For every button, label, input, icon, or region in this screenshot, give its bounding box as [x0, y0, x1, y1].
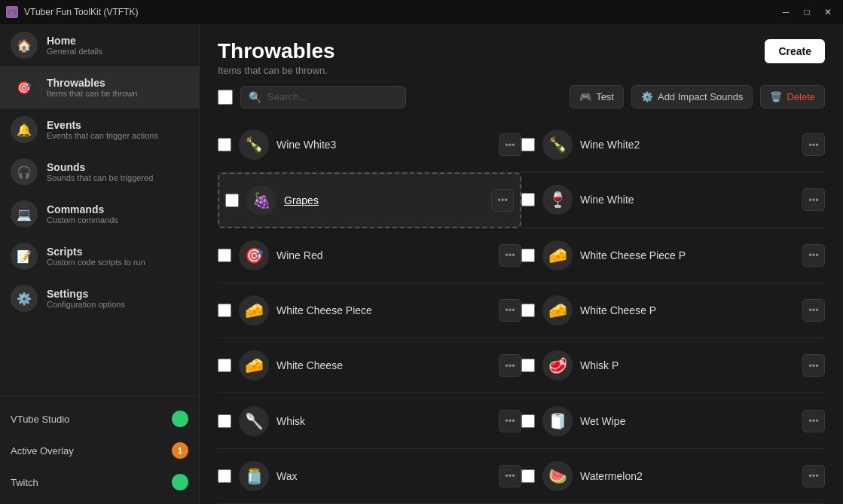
- item-checkbox-7[interactable]: [218, 304, 231, 317]
- item-menu-btn-4[interactable]: •••: [802, 188, 825, 211]
- vtube-studio-dot: [172, 411, 188, 427]
- twitch-status[interactable]: Twitch: [0, 466, 199, 498]
- item-menu-btn-2[interactable]: •••: [802, 133, 825, 156]
- sidebar: 🏠 Home General details 🎯 Throwables Item…: [0, 24, 200, 504]
- item-name-8: White Cheese P: [580, 304, 795, 316]
- test-icon: 🎮: [579, 91, 591, 102]
- list-item: 🍇 Grapes •••: [218, 173, 521, 228]
- settings-icon: ⚙️: [11, 285, 38, 312]
- item-checkbox-14[interactable]: [521, 469, 535, 483]
- sidebar-item-commands[interactable]: 💻 Commands Custom commands: [0, 193, 199, 235]
- sidebar-label-commands: Commands: [47, 203, 118, 215]
- list-item: 🧀 White Cheese •••: [218, 338, 521, 393]
- sidebar-label-settings: Settings: [47, 288, 125, 300]
- item-checkbox-5[interactable]: [218, 249, 231, 262]
- active-overlay-dot: 1: [172, 442, 188, 459]
- close-button[interactable]: ✕: [819, 5, 837, 19]
- item-checkbox-13[interactable]: [218, 469, 231, 483]
- item-menu-btn-9[interactable]: •••: [499, 354, 521, 377]
- search-box[interactable]: 🔍: [240, 86, 406, 108]
- item-menu-btn-13[interactable]: •••: [499, 465, 521, 487]
- sidebar-label-sounds: Sounds: [47, 161, 153, 173]
- sidebar-sub-settings: Configuration options: [47, 300, 125, 309]
- item-name-11: Whisk: [276, 415, 491, 427]
- item-menu-btn-3[interactable]: •••: [491, 189, 514, 212]
- home-icon: 🏠: [11, 32, 38, 59]
- item-checkbox-9[interactable]: [218, 359, 231, 372]
- sidebar-item-scripts[interactable]: 📝 Scripts Custom code scripts to run: [0, 235, 199, 277]
- search-icon: 🔍: [249, 91, 261, 103]
- sidebar-item-sounds[interactable]: 🎧 Sounds Sounds that can be triggered: [0, 151, 199, 193]
- item-icon-5: 🎯: [239, 240, 269, 270]
- item-name-4: Wine White: [580, 194, 795, 206]
- sidebar-item-events[interactable]: 🔔 Events Events that can trigger actions: [0, 108, 199, 151]
- main-header: Throwables Items that can be thrown. Cre…: [200, 24, 843, 85]
- list-item: 🍉 Watermelon2 •••: [521, 449, 825, 504]
- titlebar-controls[interactable]: ─ □ ✕: [777, 5, 837, 19]
- create-button[interactable]: Create: [765, 39, 825, 63]
- item-name-2: Wine White2: [580, 139, 795, 151]
- item-name-5: Wine Red: [276, 249, 491, 261]
- select-all-checkbox[interactable]: [218, 90, 233, 105]
- sidebar-sub-events: Events that can trigger actions: [47, 131, 158, 140]
- item-menu-btn-10[interactable]: •••: [802, 354, 825, 377]
- active-overlay-status[interactable]: Active Overlay 1: [0, 435, 199, 466]
- item-name-7: White Cheese Piece: [276, 304, 491, 316]
- item-name-1: Wine White3: [276, 139, 491, 151]
- maximize-button[interactable]: □: [798, 5, 816, 19]
- commands-icon: 💻: [11, 200, 38, 228]
- add-impact-sounds-button[interactable]: ⚙️ Add Impact Sounds: [631, 85, 753, 108]
- active-overlay-label: Active Overlay: [11, 445, 172, 457]
- item-icon-13: 🫙: [239, 461, 269, 491]
- item-menu-btn-5[interactable]: •••: [499, 244, 521, 267]
- sidebar-item-throwables[interactable]: 🎯 Throwables Items that can be thrown: [0, 66, 199, 108]
- list-item: 🍾 Wine White3 •••: [218, 118, 521, 173]
- item-icon-11: 🥄: [239, 406, 269, 436]
- test-label: Test: [596, 91, 614, 102]
- item-icon-7: 🧀: [239, 295, 269, 325]
- search-input[interactable]: [267, 91, 398, 102]
- sidebar-label-throwables: Throwables: [47, 77, 137, 89]
- item-name-6: White Cheese Piece P: [580, 249, 795, 261]
- item-menu-btn-7[interactable]: •••: [499, 299, 521, 322]
- twitch-label: Twitch: [11, 477, 172, 488]
- item-menu-btn-12[interactable]: •••: [802, 410, 825, 432]
- item-checkbox-4[interactable]: [521, 193, 535, 206]
- sidebar-item-home[interactable]: 🏠 Home General details: [0, 24, 199, 66]
- item-icon-4: 🍷: [542, 185, 573, 215]
- item-menu-btn-1[interactable]: •••: [499, 133, 521, 156]
- item-menu-btn-11[interactable]: •••: [499, 410, 521, 432]
- app-body: 🏠 Home General details 🎯 Throwables Item…: [0, 24, 843, 504]
- item-checkbox-8[interactable]: [521, 304, 535, 317]
- sidebar-sub-sounds: Sounds that can be triggered: [47, 173, 153, 182]
- sidebar-sub-home: General details: [47, 47, 102, 56]
- item-name-9: White Cheese: [276, 359, 491, 371]
- sidebar-label-scripts: Scripts: [47, 246, 145, 258]
- vtube-studio-status[interactable]: VTube Studio: [0, 403, 199, 435]
- item-checkbox-12[interactable]: [521, 414, 535, 428]
- delete-label: Delete: [786, 91, 815, 102]
- item-checkbox-2[interactable]: [521, 138, 535, 151]
- item-checkbox-10[interactable]: [521, 359, 535, 372]
- titlebar-left: 🎮 VTuber Fun ToolKit (VTFTK): [6, 6, 138, 18]
- item-checkbox-11[interactable]: [218, 414, 231, 428]
- list-item: 🧀 White Cheese P •••: [521, 283, 825, 338]
- item-checkbox-6[interactable]: [521, 249, 535, 262]
- sidebar-label-events: Events: [47, 119, 158, 131]
- sidebar-bottom: VTube Studio Active Overlay 1 Twitch: [0, 396, 199, 504]
- item-menu-btn-8[interactable]: •••: [802, 299, 825, 322]
- vtube-studio-label: VTube Studio: [11, 414, 172, 425]
- toolbar: 🔍 🎮 Test ⚙️ Add Impact Sounds 🗑️ Delete: [200, 85, 843, 118]
- minimize-button[interactable]: ─: [777, 5, 795, 19]
- sidebar-item-settings[interactable]: ⚙️ Settings Configuration options: [0, 277, 199, 319]
- list-item: 🎯 Wine Red •••: [218, 228, 521, 283]
- sidebar-sub-scripts: Custom code scripts to run: [47, 258, 145, 267]
- delete-button[interactable]: 🗑️ Delete: [760, 85, 825, 108]
- item-checkbox-1[interactable]: [218, 138, 231, 151]
- delete-icon: 🗑️: [770, 91, 782, 102]
- item-checkbox-3[interactable]: [225, 194, 239, 207]
- test-button[interactable]: 🎮 Test: [570, 85, 624, 108]
- item-menu-btn-14[interactable]: •••: [802, 465, 825, 487]
- item-menu-btn-6[interactable]: •••: [802, 244, 825, 267]
- list-item: 🧀 White Cheese Piece •••: [218, 283, 521, 338]
